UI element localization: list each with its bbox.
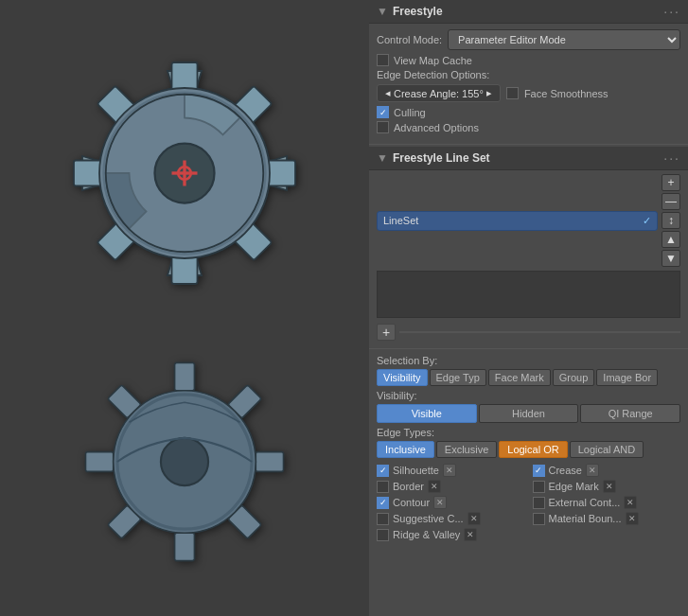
external-contour-checkbox[interactable] — [533, 497, 545, 509]
edge-item-crease: Crease ✕ — [533, 464, 681, 477]
selection-area: Selection By: Visibility Edge Typ Face M… — [369, 351, 688, 545]
freestyle-triangle-icon: ▼ — [377, 5, 388, 18]
selection-tabs-row: Visibility Edge Typ Face Mark Group Imag… — [377, 369, 680, 386]
lineset-side-buttons: + — ↕ ▲ ▼ — [662, 174, 680, 267]
tab-image-border[interactable]: Image Bor — [596, 369, 658, 386]
ridge-checkbox[interactable] — [377, 529, 389, 541]
edge-item-external-contour: External Cont... ✕ — [533, 496, 681, 509]
silhouette-checkbox[interactable] — [377, 465, 389, 477]
svg-rect-19 — [85, 452, 113, 472]
vis-btn-visible[interactable]: Visible — [377, 404, 477, 423]
lineset-title: Freestyle Line Set — [393, 151, 490, 165]
lineset-remove-btn[interactable]: — — [662, 193, 680, 210]
lineset-empty-list — [377, 271, 680, 318]
contour-x-btn[interactable]: ✕ — [433, 496, 447, 509]
edge-detection-label: Edge Detection Options: — [377, 69, 489, 80]
freestyle-title: Freestyle — [393, 5, 443, 18]
tab-group[interactable]: Group — [553, 369, 595, 386]
edge-tab-inclusive[interactable]: Inclusive — [377, 441, 434, 458]
edge-tab-logical-or[interactable]: Logical OR — [499, 441, 567, 458]
crease-angle-label: Crease Angle: — [394, 88, 459, 99]
freestyle-menu-icon[interactable]: ··· — [663, 4, 680, 19]
svg-rect-17 — [175, 534, 195, 561]
lineset-triangle-icon: ▼ — [377, 151, 388, 165]
edge-item-contour: Contour ✕ — [377, 496, 525, 509]
freestyle-header: ▼ Freestyle ··· — [369, 0, 688, 24]
freestyle-controls: Control Mode: Parameter Editor Mode View… — [369, 24, 688, 142]
material-checkbox[interactable] — [533, 513, 545, 525]
lineset-bottom-add-btn[interactable]: + — [377, 324, 396, 341]
visibility-row: Visible Hidden QI Range — [377, 404, 680, 423]
divider-1 — [369, 144, 688, 145]
view-map-cache-label: View Map Cache — [394, 55, 472, 66]
edge-tab-exclusive[interactable]: Exclusive — [436, 441, 497, 458]
ridge-x-btn[interactable]: ✕ — [464, 528, 477, 541]
svg-rect-18 — [256, 452, 283, 472]
tab-face-mark[interactable]: Face Mark — [488, 369, 551, 386]
lineset-menu-icon[interactable]: ··· — [663, 150, 680, 166]
edge-mark-x-btn[interactable]: ✕ — [603, 480, 616, 493]
lineset-header: ▼ Freestyle Line Set ··· — [369, 147, 688, 170]
crease-angle-arrow-left: ◂ — [385, 87, 391, 99]
face-smoothness-checkbox[interactable] — [506, 87, 519, 99]
crease-checkbox[interactable] — [533, 465, 545, 477]
crease-label: Crease — [549, 465, 582, 476]
culling-checkbox[interactable] — [377, 106, 389, 118]
edge-item-edge-mark: Edge Mark ✕ — [533, 480, 681, 493]
external-contour-label: External Cont... — [549, 497, 621, 508]
contour-label: Contour — [393, 497, 430, 508]
gear-bottom — [76, 353, 293, 571]
edge-item-silhouette: Silhouette ✕ — [377, 464, 525, 477]
ridge-label: Ridge & Valley — [393, 529, 460, 540]
edge-mark-checkbox[interactable] — [533, 481, 545, 493]
lineset-name: LineSet — [383, 215, 418, 226]
selection-by-label: Selection By: — [377, 355, 680, 366]
control-mode-dropdown[interactable]: Parameter Editor Mode — [448, 29, 680, 50]
crease-x-btn[interactable]: ✕ — [586, 464, 599, 477]
lineset-area: LineSet ✓ + — ↕ ▲ ▼ + — [369, 170, 688, 346]
divider-2 — [369, 348, 688, 349]
lineset-minus-line — [399, 331, 680, 333]
advanced-options-label: Advanced Options — [394, 122, 479, 133]
border-x-btn[interactable]: ✕ — [428, 480, 441, 493]
vis-btn-hidden[interactable]: Hidden — [479, 404, 579, 423]
lineset-up-btn[interactable]: ▲ — [662, 231, 680, 248]
silhouette-x-btn[interactable]: ✕ — [443, 464, 456, 477]
suggestive-x-btn[interactable]: ✕ — [467, 512, 481, 525]
lineset-scroll-btn[interactable]: ↕ — [662, 212, 680, 229]
viewport[interactable] — [0, 0, 369, 616]
visibility-label: Visibility: — [377, 390, 680, 401]
tab-visibility[interactable]: Visibility — [377, 369, 428, 386]
edge-type-tabs-row: Inclusive Exclusive Logical OR Logical A… — [377, 441, 680, 458]
suggestive-checkbox[interactable] — [377, 513, 389, 525]
silhouette-label: Silhouette — [393, 465, 439, 476]
edge-item-material: Material Boun... ✕ — [533, 512, 681, 525]
edge-detection-row: Edge Detection Options: — [377, 69, 680, 80]
edge-item-ridge: Ridge & Valley ✕ — [377, 528, 525, 541]
lineset-dropdown[interactable]: LineSet ✓ — [377, 211, 658, 231]
border-checkbox[interactable] — [377, 481, 389, 493]
face-smoothness-label: Face Smoothness — [524, 88, 609, 99]
culling-label: Culling — [394, 107, 426, 118]
control-mode-row: Control Mode: Parameter Editor Mode — [377, 29, 680, 50]
lineset-check-icon: ✓ — [643, 215, 651, 227]
tab-edge-type[interactable]: Edge Typ — [430, 369, 486, 386]
edge-tab-logical-and[interactable]: Logical AND — [570, 441, 644, 458]
vis-btn-qi-range[interactable]: QI Range — [580, 404, 680, 423]
crease-angle-value: 155° — [462, 88, 484, 99]
suggestive-label: Suggestive C... — [393, 513, 464, 524]
svg-rect-16 — [175, 363, 195, 391]
advanced-options-checkbox[interactable] — [377, 121, 389, 133]
edge-item-suggestive: Suggestive C... ✕ — [377, 512, 525, 525]
view-map-cache-checkbox[interactable] — [377, 54, 389, 66]
external-contour-x-btn[interactable]: ✕ — [624, 496, 637, 509]
control-mode-label: Control Mode: — [377, 34, 442, 45]
contour-checkbox[interactable] — [377, 497, 389, 509]
material-x-btn[interactable]: ✕ — [626, 512, 639, 525]
view-map-cache-row: View Map Cache — [377, 54, 680, 66]
crease-angle-btn[interactable]: ◂ Crease Angle: 155° ▸ — [377, 84, 501, 102]
lineset-bottom-bar: + — [377, 322, 680, 343]
lineset-add-btn[interactable]: + — [662, 174, 680, 191]
lineset-down-btn[interactable]: ▼ — [662, 250, 680, 267]
material-label: Material Boun... — [549, 513, 622, 524]
